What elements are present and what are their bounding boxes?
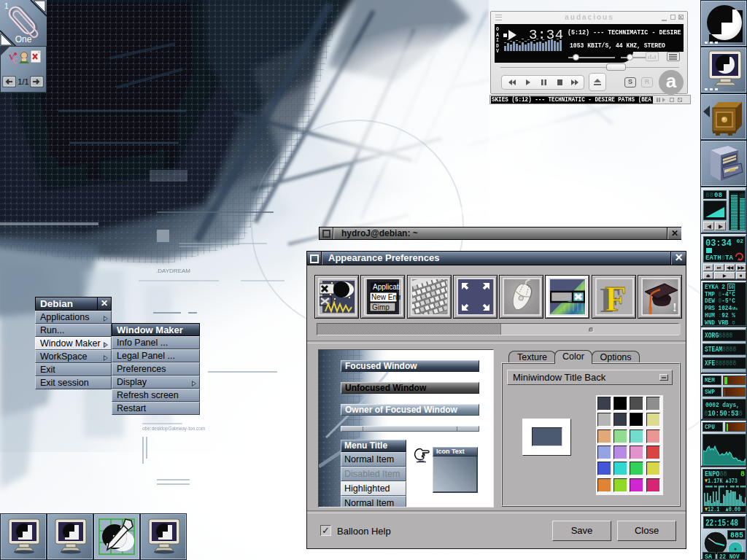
- svg-text:One: One: [15, 34, 32, 44]
- svg-text:.DAYDREAM: .DAYDREAM: [156, 268, 190, 274]
- svg-text:Gimp: Gimp: [372, 303, 390, 311]
- svg-text:C: C: [12, 57, 18, 65]
- svg-text:!: !: [673, 300, 677, 314]
- svg-text:obe:desktopGateway-ton.com: obe:desktopGateway-ton.com: [142, 426, 205, 432]
- svg-text:Applicati: Applicati: [373, 283, 400, 291]
- svg-text:1/1: 1/1: [18, 77, 28, 86]
- svg-text:F: F: [605, 279, 626, 314]
- svg-text:New Entr[: New Entr[: [371, 293, 400, 301]
- svg-text:1: 1: [4, 2, 9, 10]
